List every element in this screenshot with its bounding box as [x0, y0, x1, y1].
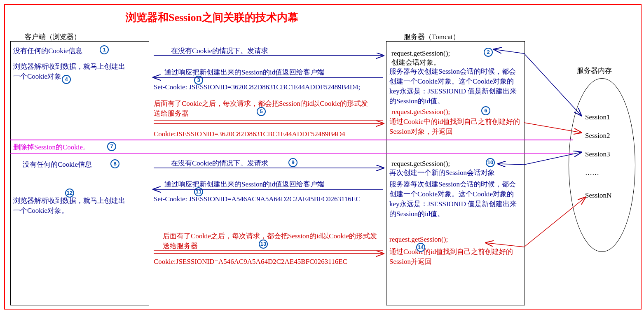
badge-4: 4: [62, 75, 71, 84]
mem-dots: ……: [585, 169, 599, 177]
mem-s1: Session1: [585, 113, 610, 121]
memory-label: 服务器内存: [577, 66, 612, 75]
badge-6: 6: [481, 106, 490, 115]
flow-setcookie2: Set-Cookie: JSESSIONID=A546AC9A5A64D2C2A…: [154, 194, 361, 204]
mem-s2: Session2: [585, 132, 610, 140]
flow-after2: 后面有了Cookie之后，每次请求，都会把Session的id以Cookie的形…: [163, 231, 381, 251]
badge-8: 8: [110, 159, 119, 168]
flow-setcookie1: Set-Cookie: JSESSIONID=3620C82D8631CBC1E…: [154, 82, 360, 92]
badge-13: 13: [259, 240, 268, 249]
client-delete-cookie: 删除掉Session的Cookie。: [13, 142, 90, 152]
server-getsession1: request.getSession();: [391, 49, 450, 58]
server-everycreate1: 服务器每次创建Session会话的时候，都会创建一个Cookie对象。这个Coo…: [389, 67, 521, 106]
badge-2: 2: [484, 48, 493, 57]
badge-11: 11: [194, 187, 203, 196]
server-findcookie1: 通过Cookie中的id值找到自己之前创建好的Session对象，并返回: [389, 117, 521, 137]
server-getsession2: request.getSession();: [391, 107, 450, 117]
badge-9: 9: [288, 158, 297, 167]
memory-oval: [569, 78, 635, 252]
client-parse-2: 浏览器解析收到数据，就马上创建出一个Cookie对象。: [13, 196, 129, 216]
badge-14: 14: [416, 243, 425, 252]
server-create: 创建会话对象。: [391, 58, 440, 68]
server-label: 服务器（Tomcat）: [404, 32, 460, 42]
mem-sn: SessionN: [585, 191, 611, 200]
flow-cookiehdr1: Cookie:JSESSIONID=3620C82D8631CBC1E44ADD…: [154, 129, 345, 139]
badge-12: 12: [65, 189, 74, 198]
flow-cookiehdr2: Cookie:JSESSIONID=A546AC9A5A64D2C2AE45BF…: [154, 257, 347, 267]
flow-resp2: 通过响应把新创建出来的Session的id值返回给客户端: [164, 179, 324, 189]
badge-10: 10: [486, 158, 495, 167]
flow-req2: 在没有Cookie的情况下。发请求: [171, 158, 268, 168]
client-no-cookie-2: 没有任何的Cookie信息: [23, 160, 92, 170]
badge-1: 1: [100, 45, 109, 54]
badge-3: 3: [194, 76, 203, 85]
diagram-title: 浏览器和Session之间关联的技术内幕: [126, 10, 298, 25]
flow-req1: 在没有Cookie的情况下。发请求: [171, 46, 268, 56]
client-label: 客户端（浏览器）: [25, 32, 81, 42]
client-parse-1: 浏览器解析收到数据，就马上创建出一个Cookie对象。: [13, 62, 129, 81]
flow-resp1: 通过响应把新创建出来的Session的id值返回给客户端: [164, 68, 324, 77]
badge-7: 7: [107, 142, 116, 151]
server-everycreate2: 服务器每次创建Session会话的时候，都会创建一个Cookie对象。这个Coo…: [389, 179, 521, 219]
badge-5: 5: [257, 107, 266, 116]
server-getsession3: request.getSession();: [391, 159, 450, 169]
mem-s3: Session3: [585, 150, 610, 158]
server-recreate: 再次创建一个新的Session会话对象: [389, 168, 521, 178]
server-findcookie2: 通过Cookie的id值找到自己之前创建好的Session并返回: [389, 247, 521, 267]
client-no-cookie-1: 没有任何的Cookie信息: [13, 46, 82, 56]
diagram-root: 浏览器和Session之间关联的技术内幕 客户端（浏览器） 服务器（Tomcat…: [0, 0, 644, 312]
